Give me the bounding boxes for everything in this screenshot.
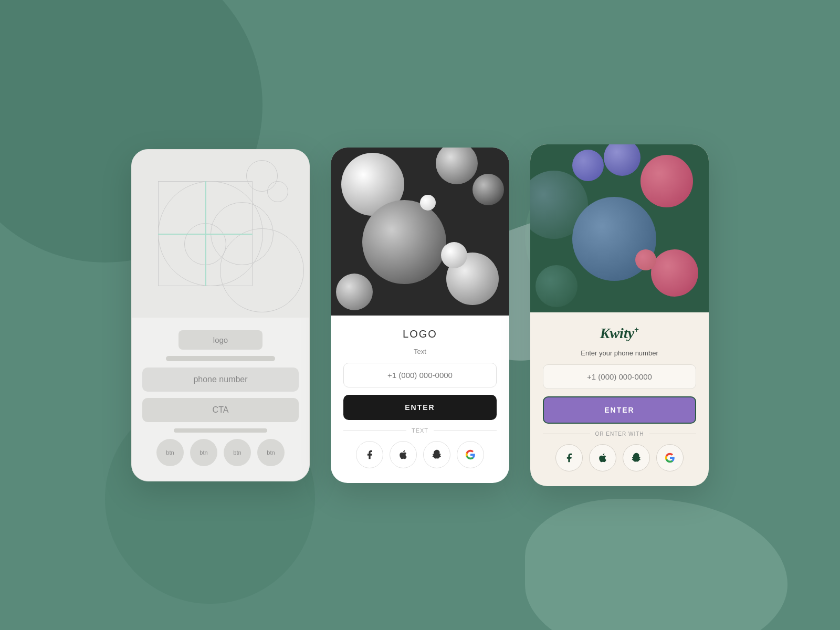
colored-content: Kwity+ Enter your phone number ENTER OR … bbox=[530, 312, 709, 486]
apple-icon bbox=[398, 449, 408, 460]
wireframe-content: logo phone number CTA btn btn btn btn bbox=[132, 318, 309, 481]
grayscale-apple-button[interactable] bbox=[390, 441, 417, 468]
colored-subtitle: Enter your phone number bbox=[543, 349, 696, 357]
wf-rect-3 bbox=[158, 234, 253, 235]
colored-snapchat-button[interactable] bbox=[623, 444, 650, 471]
wireframe-btn-4[interactable]: btn bbox=[257, 439, 285, 466]
wireframe-card: logo phone number CTA btn btn btn btn bbox=[131, 149, 310, 481]
google-icon bbox=[465, 449, 476, 460]
grayscale-divider-line-right bbox=[434, 430, 497, 430]
wireframe-btn-2[interactable]: btn bbox=[190, 439, 217, 466]
grayscale-image bbox=[331, 148, 509, 316]
c-ball-8 bbox=[536, 265, 578, 307]
colored-card: Kwity+ Enter your phone number ENTER OR … bbox=[530, 144, 709, 486]
grayscale-content: LOGO Text ENTER TEXT bbox=[331, 316, 509, 483]
bg-shape-4 bbox=[525, 499, 788, 630]
kwity-logo-text: Kwity bbox=[600, 325, 634, 341]
grayscale-divider: TEXT bbox=[343, 427, 497, 434]
wf-circle-5 bbox=[267, 181, 288, 202]
gs-ball-4 bbox=[362, 200, 446, 284]
wireframe-logo: logo bbox=[178, 330, 262, 350]
grayscale-divider-text: TEXT bbox=[412, 427, 428, 434]
colored-facebook-button[interactable] bbox=[555, 444, 583, 471]
cards-container: logo phone number CTA btn btn btn btn bbox=[131, 144, 709, 486]
colored-divider-line-right bbox=[649, 434, 697, 434]
colored-divider-text: OR ENTER WITH bbox=[595, 431, 644, 437]
wireframe-circles bbox=[132, 150, 309, 318]
gs-ball-6 bbox=[336, 274, 373, 310]
gs-ball-7 bbox=[441, 242, 467, 268]
colored-divider-line-left bbox=[543, 434, 590, 434]
grayscale-social-row bbox=[343, 441, 497, 468]
wireframe-image bbox=[132, 150, 309, 318]
gs-ball-2 bbox=[436, 148, 478, 184]
wireframe-btn-3[interactable]: btn bbox=[224, 439, 251, 466]
grayscale-snapchat-button[interactable] bbox=[423, 441, 450, 468]
colored-image bbox=[530, 144, 709, 312]
apple-icon bbox=[597, 453, 608, 463]
grayscale-text-label: Text bbox=[343, 348, 497, 355]
wireframe-line-1 bbox=[166, 356, 276, 361]
grayscale-enter-button[interactable]: ENTER bbox=[343, 395, 497, 420]
c-ball-1 bbox=[640, 155, 693, 207]
grayscale-logo: LOGO bbox=[343, 328, 497, 340]
c-ball-2 bbox=[604, 144, 640, 176]
grayscale-google-button[interactable] bbox=[457, 441, 484, 468]
wireframe-btn-row: btn btn btn btn bbox=[142, 439, 299, 466]
snapchat-icon bbox=[432, 449, 442, 460]
wireframe-cta-button[interactable]: CTA bbox=[142, 398, 299, 422]
colored-phone-input[interactable] bbox=[543, 364, 696, 389]
colored-apple-button[interactable] bbox=[589, 444, 616, 471]
wireframe-phone-input[interactable]: phone number bbox=[142, 368, 299, 392]
wireframe-btn-1[interactable]: btn bbox=[156, 439, 184, 466]
colored-divider: OR ENTER WITH bbox=[543, 431, 696, 437]
grayscale-card: LOGO Text ENTER TEXT bbox=[331, 148, 509, 483]
gs-ball-small bbox=[420, 195, 436, 211]
c-ball-5 bbox=[651, 249, 698, 297]
grayscale-divider-line-left bbox=[343, 430, 406, 430]
colored-google-button[interactable] bbox=[656, 444, 684, 471]
grayscale-phone-input[interactable] bbox=[343, 363, 497, 387]
colored-enter-button[interactable]: ENTER bbox=[543, 396, 696, 424]
facebook-icon bbox=[564, 453, 574, 463]
grayscale-facebook-button[interactable] bbox=[356, 441, 383, 468]
snapchat-icon bbox=[631, 453, 642, 463]
facebook-icon bbox=[364, 449, 375, 460]
c-ball-6 bbox=[572, 150, 604, 181]
kwity-logo-sup: + bbox=[634, 325, 639, 334]
gs-ball-3 bbox=[472, 174, 504, 205]
colored-social-row bbox=[543, 444, 696, 471]
kwity-logo: Kwity+ bbox=[543, 325, 696, 342]
wireframe-line-2 bbox=[174, 428, 268, 433]
c-ball-7 bbox=[635, 249, 656, 270]
google-icon bbox=[665, 453, 675, 463]
